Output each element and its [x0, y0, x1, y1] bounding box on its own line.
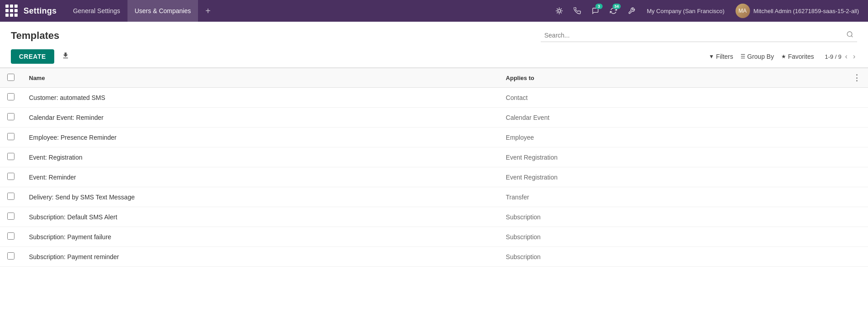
row-options-cell — [845, 207, 868, 227]
tools-icon-btn[interactable] — [623, 3, 640, 19]
pagination-prev[interactable]: ‹ — [843, 52, 849, 61]
row-checkbox[interactable] — [7, 252, 14, 260]
row-applies-to: Calendar Event — [499, 108, 845, 128]
export-button[interactable] — [58, 50, 73, 64]
groupby-icon: ☰ — [741, 53, 745, 60]
page-content: Templates CREATE ▼ Filters ☰ Group By ★ — [0, 22, 868, 331]
row-applies-to: Transfer — [499, 187, 845, 207]
row-options-cell — [845, 128, 868, 147]
row-checkbox-cell — [0, 207, 22, 227]
row-checkbox-cell — [0, 167, 22, 187]
row-checkbox-cell — [0, 108, 22, 128]
row-checkbox[interactable] — [7, 93, 14, 100]
table-row: Subscription: Default SMS Alert Subscrip… — [0, 207, 868, 227]
groupby-button[interactable]: ☰ Group By — [741, 53, 774, 60]
select-all-checkbox[interactable] — [7, 74, 14, 81]
row-options-cell — [845, 187, 868, 207]
apps-grid-icon[interactable] — [5, 5, 18, 17]
select-all-cell — [0, 68, 22, 88]
phone-icon-btn[interactable] — [569, 3, 585, 19]
favorites-button[interactable]: ★ Favorites — [781, 53, 814, 60]
row-checkbox[interactable] — [7, 213, 14, 220]
table-row: Subscription: Payment reminder Subscript… — [0, 247, 868, 267]
row-checkbox-cell — [0, 147, 22, 167]
row-checkbox[interactable] — [7, 232, 14, 240]
table-row: Event: Registration Event Registration — [0, 147, 868, 167]
topnav-icons: 3 34 — [551, 3, 640, 19]
column-options-icon[interactable]: ⋮ — [853, 73, 861, 82]
row-options-cell — [845, 108, 868, 128]
row-options-cell — [845, 167, 868, 187]
user-label: Mitchell Admin (16271859-saas-15-2-all) — [754, 8, 859, 14]
chat-badge: 3 — [595, 4, 603, 9]
row-name[interactable]: Event: Reminder — [22, 167, 499, 187]
row-applies-to: Event Registration — [499, 147, 845, 167]
row-checkbox[interactable] — [7, 153, 14, 160]
col-header-applies: Applies to — [499, 68, 845, 88]
col-header-name: Name — [22, 68, 499, 88]
nav-users-companies[interactable]: Users & Companies — [127, 0, 198, 22]
row-applies-to: Subscription — [499, 207, 845, 227]
table-header-row: Name Applies to ⋮ — [0, 68, 868, 88]
row-options-cell — [845, 147, 868, 167]
table-row: Calendar Event: Reminder Calendar Event — [0, 108, 868, 128]
row-applies-to: Event Registration — [499, 167, 845, 187]
search-icon[interactable] — [846, 31, 854, 40]
company-label[interactable]: My Company (San Francisco) — [642, 8, 730, 14]
row-name[interactable]: Delivery: Send by SMS Text Message — [22, 187, 499, 207]
activity-icon-btn[interactable]: 34 — [605, 3, 622, 19]
table-row: Employee: Presence Reminder Employee — [0, 128, 868, 147]
filter-icon: ▼ — [709, 53, 714, 60]
nav-general-settings[interactable]: General Settings — [66, 0, 127, 22]
chat-icon-btn[interactable]: 3 — [587, 3, 604, 19]
page-title: Templates — [11, 30, 533, 42]
create-button[interactable]: CREATE — [11, 49, 54, 64]
table-row: Delivery: Send by SMS Text Message Trans… — [0, 187, 868, 207]
svg-line-2 — [851, 36, 853, 37]
table-row: Subscription: Payment failure Subscripti… — [0, 227, 868, 247]
nav-add-button[interactable]: + — [200, 0, 216, 22]
row-checkbox[interactable] — [7, 133, 14, 140]
favorites-icon: ★ — [781, 53, 786, 60]
toolbar-filters: ▼ Filters ☰ Group By ★ Favorites — [709, 53, 814, 60]
templates-table: Name Applies to ⋮ Customer: automated SM… — [0, 68, 868, 267]
row-options-cell — [845, 88, 868, 108]
activity-badge: 34 — [613, 4, 621, 9]
row-name[interactable]: Subscription: Payment reminder — [22, 247, 499, 267]
row-checkbox[interactable] — [7, 113, 14, 120]
row-name[interactable]: Event: Registration — [22, 147, 499, 167]
row-name[interactable]: Subscription: Default SMS Alert — [22, 207, 499, 227]
svg-point-1 — [847, 32, 852, 37]
row-options-cell — [845, 247, 868, 267]
row-options-cell — [845, 227, 868, 247]
row-checkbox[interactable] — [7, 193, 14, 200]
row-checkbox-cell — [0, 128, 22, 147]
row-applies-to: Subscription — [499, 227, 845, 247]
row-checkbox-cell — [0, 227, 22, 247]
row-name[interactable]: Subscription: Payment failure — [22, 227, 499, 247]
search-input[interactable] — [544, 32, 846, 39]
topnav-menu: General Settings Users & Companies — [66, 0, 198, 22]
toolbar: CREATE ▼ Filters ☰ Group By ★ Favorites … — [0, 46, 868, 67]
row-checkbox-cell — [0, 187, 22, 207]
filters-button[interactable]: ▼ Filters — [709, 53, 733, 60]
table-row: Customer: automated SMS Contact — [0, 88, 868, 108]
row-checkbox-cell — [0, 88, 22, 108]
brand-label: Settings — [24, 6, 57, 16]
row-name[interactable]: Calendar Event: Reminder — [22, 108, 499, 128]
pagination-label: 1-9 / 9 — [825, 53, 841, 60]
table-row: Event: Reminder Event Registration — [0, 167, 868, 187]
pagination-next[interactable]: › — [851, 52, 857, 61]
row-checkbox[interactable] — [7, 173, 14, 180]
bug-icon-btn[interactable] — [551, 3, 567, 19]
pagination: 1-9 / 9 ‹ › — [825, 52, 857, 61]
row-applies-to: Subscription — [499, 247, 845, 267]
row-name[interactable]: Customer: automated SMS — [22, 88, 499, 108]
user-menu[interactable]: MA Mitchell Admin (16271859-saas-15-2-al… — [732, 4, 863, 18]
search-bar — [541, 29, 857, 42]
avatar: MA — [736, 4, 750, 18]
topnav: Settings General Settings Users & Compan… — [0, 0, 868, 22]
row-name[interactable]: Employee: Presence Reminder — [22, 128, 499, 147]
row-applies-to: Employee — [499, 128, 845, 147]
col-header-options: ⋮ — [845, 68, 868, 88]
